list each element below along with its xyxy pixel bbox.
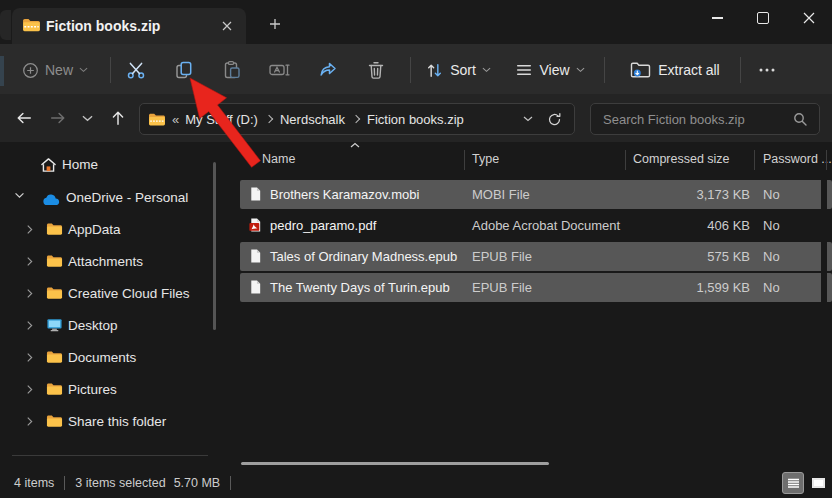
rename-button[interactable]: [262, 54, 298, 86]
sidebar-scrollbar[interactable]: [213, 162, 216, 330]
chevron-right-icon[interactable]: [26, 384, 33, 395]
sidebar-divider: [12, 455, 208, 456]
tab-close-icon[interactable]: [218, 17, 236, 35]
file-row-twenty-days-of-turin[interactable]: The Twenty Days of Turin.epub EPUB File …: [240, 273, 832, 302]
paste-button[interactable]: [214, 54, 250, 86]
search-icon: [793, 112, 807, 126]
items-count: 4 items: [14, 476, 54, 490]
recent-locations-button[interactable]: [74, 102, 100, 134]
file-row-tales-of-ordinary-madness[interactable]: Tales of Ordinary Madness.epub EPUB File…: [240, 242, 832, 271]
chevron-down-icon: [82, 115, 93, 122]
breadcrumb-separator-icon: [352, 115, 360, 123]
folder-icon: [46, 414, 63, 428]
toolbar-divider: [110, 57, 111, 83]
extract-folder-icon: [630, 60, 652, 80]
new-button[interactable]: New: [14, 54, 96, 86]
sidebar-item-attachments[interactable]: Attachments: [4, 247, 210, 277]
address-dropdown-icon[interactable]: [523, 116, 533, 122]
sidebar-item-label: AppData: [68, 222, 121, 237]
delete-button[interactable]: [358, 54, 394, 86]
column-header-compressed-size[interactable]: Compressed size: [633, 152, 730, 166]
column-divider[interactable]: [826, 150, 827, 170]
view-list-icon: [515, 61, 533, 79]
forward-button[interactable]: [42, 102, 74, 134]
chevron-right-icon[interactable]: [26, 320, 33, 331]
toolbar-divider: [604, 57, 605, 83]
details-view-button[interactable]: [782, 472, 804, 494]
breadcrumb-separator-icon: [265, 115, 273, 123]
file-row-pedro-paramo[interactable]: pedro_paramo.pdf Adobe Acrobat Document …: [240, 211, 832, 240]
column-header-type[interactable]: Type: [472, 152, 499, 166]
view-toggle: [782, 472, 829, 494]
desktop-icon: [46, 318, 63, 332]
file-password: No: [763, 187, 780, 202]
maximize-icon: [757, 12, 769, 24]
chevron-down-icon: [576, 67, 585, 73]
toolbar-divider: [410, 57, 411, 83]
new-tab-button[interactable]: [262, 12, 288, 36]
breadcrumb-nerdschalk[interactable]: Nerdschalk: [276, 112, 349, 127]
column-divider[interactable]: [625, 150, 626, 170]
sidebar-item-desktop[interactable]: Desktop: [4, 311, 210, 341]
file-row-brothers-karamazov[interactable]: Brothers Karamazov.mobi MOBI File 3,173 …: [240, 180, 832, 209]
back-arrow-icon: [15, 109, 33, 127]
extract-all-button[interactable]: Extract all: [614, 54, 736, 86]
sort-button-label: Sort: [450, 62, 476, 78]
search-field[interactable]: [590, 103, 820, 135]
column-divider[interactable]: [464, 150, 465, 170]
share-button[interactable]: [310, 54, 346, 86]
refresh-icon[interactable]: [547, 112, 562, 127]
up-button[interactable]: [102, 102, 134, 134]
sidebar-item-label: Creative Cloud Files: [68, 286, 190, 301]
zip-folder-icon: [22, 17, 41, 33]
search-input[interactable]: [591, 112, 819, 127]
sidebar-item-onedrive[interactable]: OneDrive - Personal: [4, 183, 210, 213]
minimize-button[interactable]: [694, 0, 740, 36]
close-button[interactable]: [786, 0, 832, 36]
sidebar-item-label: Attachments: [68, 254, 143, 269]
chevron-right-icon[interactable]: [26, 256, 33, 267]
sidebar-item-appdata[interactable]: AppData: [4, 215, 210, 245]
sidebar-item-label: Share this folder: [68, 414, 166, 429]
share-icon: [318, 60, 338, 80]
chevron-right-icon[interactable]: [26, 352, 33, 363]
column-header-name[interactable]: Name: [262, 152, 295, 166]
file-name: The Twenty Days of Turin.epub: [270, 280, 450, 295]
sidebar-item-creative-cloud-files[interactable]: Creative Cloud Files: [4, 279, 210, 309]
breadcrumb-fiction-books-zip[interactable]: Fiction books.zip: [363, 112, 468, 127]
back-button[interactable]: [8, 102, 40, 134]
cut-button[interactable]: [118, 54, 154, 86]
sidebar-item-home[interactable]: Home: [4, 150, 210, 180]
horizontal-scrollbar[interactable]: [241, 462, 549, 465]
chevron-right-icon[interactable]: [26, 288, 33, 299]
chevron-right-icon[interactable]: [26, 416, 33, 427]
chevron-down-icon[interactable]: [14, 192, 25, 199]
rename-icon: [269, 60, 291, 80]
sidebar-item-pictures[interactable]: Pictures: [4, 375, 210, 405]
breadcrumb-my-stuff[interactable]: My Stuff (D:): [181, 112, 262, 127]
chevron-right-icon[interactable]: [26, 224, 33, 235]
tab-fiction-books-zip[interactable]: Fiction books.zip: [12, 8, 246, 44]
breadcrumb-overflow[interactable]: «: [172, 112, 179, 127]
sidebar-item-share-this-folder[interactable]: Share this folder: [4, 407, 210, 437]
copy-button[interactable]: [166, 54, 202, 86]
view-button-label: View: [539, 62, 569, 78]
sort-ascending-icon: [350, 142, 360, 148]
sidebar-item-documents[interactable]: Documents: [4, 343, 210, 373]
file-compressed-size: 3,173 KB: [540, 187, 750, 202]
sort-button[interactable]: Sort: [418, 54, 498, 86]
view-button[interactable]: View: [508, 54, 592, 86]
file-type: EPUB File: [472, 249, 532, 264]
more-ellipsis-icon: [759, 68, 775, 72]
maximize-button[interactable]: [740, 0, 786, 36]
address-bar[interactable]: « My Stuff (D:) Nerdschalk Fiction books…: [139, 103, 575, 135]
home-icon: [40, 157, 57, 173]
sidebar-item-label: Desktop: [68, 318, 118, 333]
scrollbar-gutter: [821, 178, 827, 306]
document-icon: [248, 279, 263, 295]
column-divider[interactable]: [754, 150, 755, 170]
more-options-button[interactable]: [752, 54, 782, 86]
selection-size: 5.70 MB: [174, 476, 221, 490]
large-icons-view-button[interactable]: [807, 472, 829, 494]
column-header-password[interactable]: Password ...: [763, 152, 832, 166]
